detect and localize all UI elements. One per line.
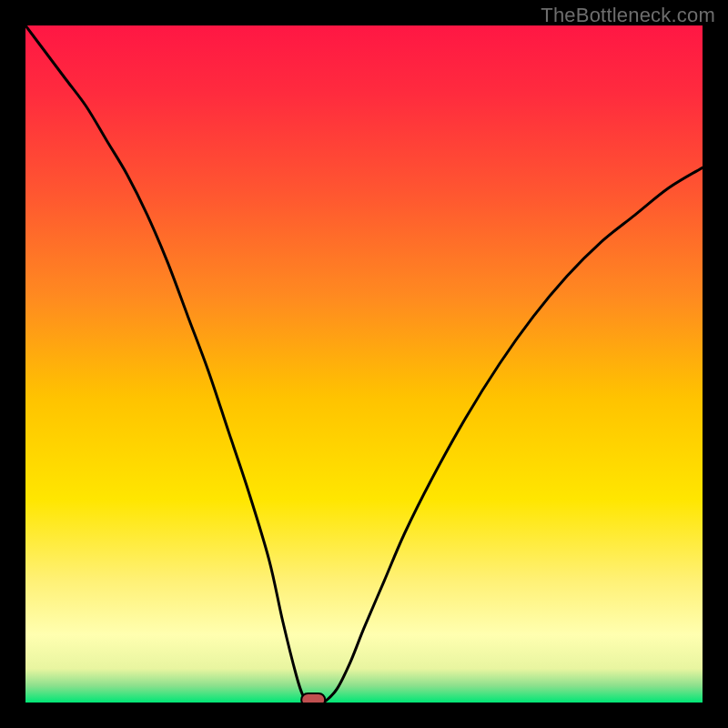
plot-area (25, 25, 703, 703)
optimal-marker (301, 693, 325, 703)
chart-frame: TheBottleneck.com (0, 0, 728, 728)
gradient-background (25, 25, 703, 703)
plot-svg (25, 25, 703, 703)
watermark-text: TheBottleneck.com (541, 4, 715, 27)
